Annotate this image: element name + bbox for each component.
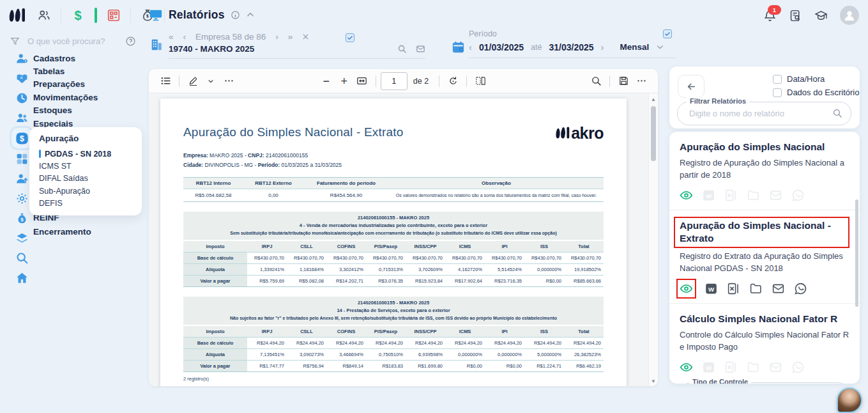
rail-search-icon[interactable] (14, 251, 29, 265)
scrollbar-thumb[interactable] (651, 106, 656, 161)
education-cap-icon[interactable] (814, 9, 828, 22)
submenu-item-sub-apuracao[interactable]: Sub-Apuração (29, 185, 142, 197)
eye-icon[interactable] (680, 361, 693, 374)
period-prev-button[interactable]: ‹ (469, 42, 472, 52)
search-icon[interactable] (832, 108, 842, 118)
find-in-document-icon[interactable] (587, 73, 605, 90)
column-header: RBT12 Interno (183, 178, 243, 189)
makro-logo-mark[interactable] (8, 7, 26, 24)
page-number-input[interactable] (381, 72, 407, 90)
period-mode-select[interactable]: Mensal (620, 42, 650, 52)
company-checkbox[interactable] (346, 33, 354, 42)
toolbar-more-icon[interactable] (632, 73, 650, 90)
rail-calculator-icon[interactable] (14, 152, 29, 166)
company-search-icon[interactable] (397, 44, 407, 54)
company-next-button[interactable]: › (275, 32, 278, 42)
report-item-calculo-simples-nacional-fator-r[interactable]: Cálculo Simples Nacional Fator RControle… (669, 304, 860, 384)
submenu-item-defis[interactable]: DEFIS (29, 198, 142, 210)
period-checkbox[interactable] (663, 29, 672, 38)
people-module-icon[interactable] (36, 8, 52, 22)
datetime-checkbox[interactable] (773, 75, 782, 84)
page-view-icon[interactable] (471, 73, 489, 90)
panel-scrollbar-thumb[interactable] (855, 199, 858, 307)
office-data-checkbox[interactable] (773, 88, 782, 97)
chevron-down-icon[interactable] (656, 43, 664, 51)
toolbar-more-icon[interactable] (220, 73, 238, 90)
fit-width-icon[interactable] (353, 73, 371, 90)
eye-icon[interactable] (680, 189, 693, 202)
support-chat-avatar[interactable] (837, 387, 862, 413)
sidebar-item-encerramento[interactable]: Encerramento (33, 225, 91, 239)
mail-icon[interactable] (769, 361, 782, 374)
sidebar-item-cadastros[interactable]: Cadastros (33, 52, 98, 65)
word-icon[interactable]: W (702, 189, 715, 202)
save-icon[interactable] (614, 73, 632, 90)
folder-icon[interactable] (747, 189, 760, 202)
value-cell: 0,715313% (366, 264, 406, 276)
word-icon[interactable]: W (702, 361, 715, 374)
zoom-out-icon[interactable]: − (317, 73, 335, 90)
annotate-pen-icon[interactable] (184, 73, 202, 90)
folder-icon[interactable] (749, 282, 763, 295)
filter-reports-input[interactable] (688, 108, 828, 119)
whatsapp-icon[interactable] (794, 282, 807, 295)
excel-icon[interactable] (724, 361, 738, 374)
mail-icon[interactable] (769, 189, 782, 202)
submenu-item-pgdas-sn-2018[interactable]: PGDAS - SN 2018 (29, 148, 142, 160)
period-end-date[interactable]: 31/03/2025 (549, 42, 593, 52)
pdf-scrollbar[interactable]: ▲ ▼ (648, 93, 658, 386)
scroll-down-icon[interactable]: ▼ (649, 377, 658, 386)
sidebar-item-preparacoes[interactable]: Preparações (33, 78, 98, 91)
rail-gear-icon[interactable] (14, 191, 29, 205)
financial-module-icon[interactable]: $ (70, 8, 86, 22)
submenu-item-difal-saidas[interactable]: DIFAL Saídas (29, 173, 142, 185)
company-last-button[interactable]: » (288, 32, 293, 42)
rail-user-arrow-icon[interactable] (14, 171, 29, 185)
word-icon[interactable]: W (704, 282, 718, 295)
report-item-apuracao-do-simples-nacional-extrato[interactable]: Apuração do Simples Nacional - ExtratoRe… (669, 210, 860, 303)
submenu-item-icms-st[interactable]: ICMS ST (29, 160, 142, 172)
user-avatar[interactable] (840, 6, 859, 25)
rail-user-gear-icon[interactable] (14, 51, 29, 65)
calculator-module-icon[interactable] (105, 8, 122, 22)
sidebar-item-movimentacoes[interactable]: Movimentações (33, 91, 98, 104)
sidebar-item-apuracao[interactable]: Apuração (29, 132, 142, 148)
toc-icon[interactable] (156, 73, 174, 90)
control-type-select[interactable]: Tipo de ControleFator R (680, 382, 849, 384)
period-start-date[interactable]: 01/03/2025 (479, 42, 524, 52)
rotate-icon[interactable] (444, 73, 462, 90)
back-button[interactable] (678, 75, 704, 98)
notifications-bell-icon[interactable]: 1 (763, 9, 777, 22)
sidebar-item-tabelas[interactable]: Tabelas (33, 65, 98, 77)
rail-home-icon[interactable] (14, 270, 29, 284)
info-icon[interactable] (231, 10, 240, 20)
chevron-up-icon[interactable] (246, 10, 255, 19)
rail-layers-icon[interactable] (14, 231, 29, 245)
sidebar-item-estoques[interactable]: Estoques (33, 104, 98, 117)
global-search-input[interactable] (26, 36, 119, 47)
mail-icon[interactable] (772, 282, 785, 295)
company-name[interactable]: 19740 - MAKRO 2025 (169, 44, 388, 54)
report-item-apuracao-do-simples-nacional[interactable]: Apuração do Simples NacionalRegistro de … (669, 132, 860, 210)
rail-handshake-icon[interactable] (14, 71, 29, 85)
annotate-chevron-icon[interactable] (202, 73, 220, 90)
company-mail-icon[interactable] (416, 44, 425, 54)
rail-users-icon[interactable] (14, 111, 29, 125)
whatsapp-icon[interactable] (791, 361, 805, 374)
whatsapp-icon[interactable] (791, 189, 805, 202)
rail-moneybag-icon[interactable]: $ (14, 211, 29, 225)
zoom-in-icon[interactable]: + (335, 73, 353, 90)
company-close-icon[interactable] (302, 33, 309, 40)
scroll-up-icon[interactable]: ▲ (649, 95, 658, 104)
company-first-button[interactable]: « (169, 32, 174, 42)
help-icon[interactable] (125, 36, 136, 47)
folder-icon[interactable] (747, 361, 760, 374)
audit-log-icon[interactable] (789, 9, 802, 22)
eye-icon[interactable] (676, 279, 696, 299)
excel-icon[interactable] (724, 189, 738, 202)
page-count-label: de 2 (413, 77, 429, 86)
excel-icon[interactable] (727, 282, 740, 295)
company-prev-button[interactable]: ‹ (183, 32, 187, 42)
rail-clock-icon[interactable] (14, 91, 29, 105)
period-next-button[interactable]: › (601, 42, 604, 52)
